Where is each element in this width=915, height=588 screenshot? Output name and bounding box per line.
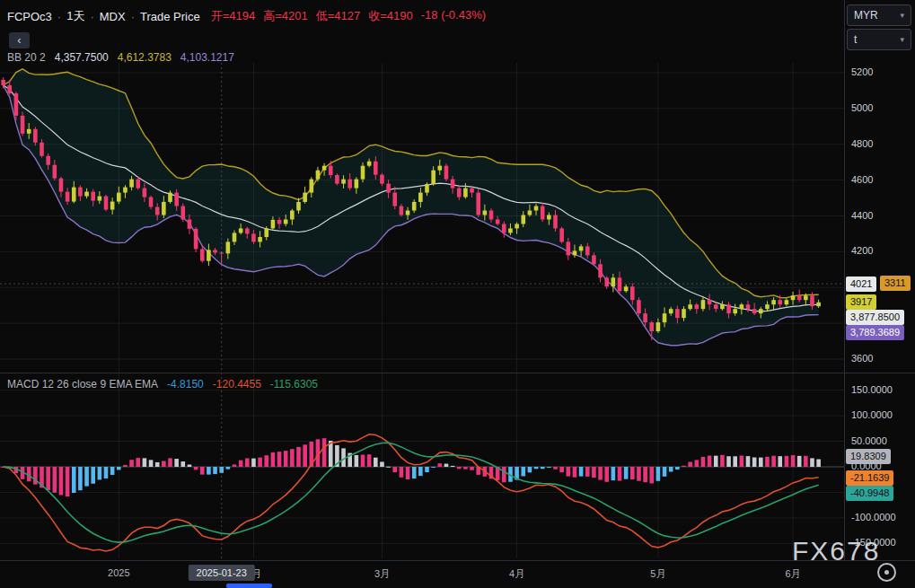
bb-upper-value: 4,612.3783 (118, 51, 172, 64)
price-tick: 4400 (851, 210, 873, 221)
target-icon (877, 563, 896, 582)
time-tick: 6月 (785, 567, 800, 581)
macd-legend[interactable]: MACD 12 26 close 9 EMA EMA -4.8150 -120.… (7, 378, 318, 391)
macd-hist-value: -4.8150 (167, 378, 204, 391)
crosshair-date-label: 2025-01-23 (189, 565, 255, 581)
open-value: 开=4194 (211, 8, 256, 24)
scrollbar-thumb[interactable] (226, 584, 272, 588)
bb-lower-value: 4,103.1217 (180, 51, 234, 64)
bb-title: BB 20 2 (7, 51, 46, 64)
macd-hist-label: 19.8309 (846, 449, 891, 464)
close-value: 收=4190 (368, 8, 413, 24)
currency-value: MYR (854, 9, 878, 22)
chevron-down-icon: ▾ (900, 35, 904, 44)
symbol-legend: FCPOc3 · 1天 · MDX · Trade Price 开=4194 高… (7, 8, 486, 24)
macd-signal-label: -40.9948 (846, 486, 893, 501)
change-value: -18 (-0.43%) (421, 8, 486, 24)
unit-value: t (854, 33, 857, 46)
macd-line-value: -120.4455 (213, 378, 261, 391)
macd-line-label: -21.1639 (846, 470, 893, 486)
bb-upper-price-label: 3311 (880, 276, 911, 291)
bb-basis-value: 4,357.7500 (55, 51, 109, 64)
chevron-down-icon: ▾ (900, 11, 904, 20)
price-tick: 5000 (851, 102, 873, 113)
low-value: 低=4127 (316, 8, 361, 24)
separator-dot: · (90, 10, 93, 23)
separator-dot: · (131, 10, 135, 23)
macd-tick: 100.0000 (851, 409, 893, 420)
watermark: FX678 (792, 536, 880, 566)
crosshair-price-label: 4021 (846, 276, 876, 292)
high-value: 高=4201 (263, 8, 308, 24)
price-tick: 5200 (851, 66, 873, 77)
trading-chart-app: FCPOc3 · 1天 · MDX · Trade Price 开=4194 高… (0, 0, 915, 588)
macd-title: MACD 12 26 close 9 EMA EMA (7, 378, 158, 391)
macd-tick: 50.0000 (851, 435, 887, 446)
currency-select[interactable]: MYR ▾ (847, 4, 911, 26)
time-axis[interactable]: 20252月3月4月5月6月 2025-01-23 (0, 561, 915, 588)
price-tick: 4200 (851, 245, 873, 256)
last-price-label: 3917 (846, 294, 876, 310)
time-tick: 4月 (509, 567, 524, 581)
axis-settings: MYR ▾ t ▾ (847, 4, 911, 50)
target-dot (884, 570, 889, 575)
separator-dot: · (57, 10, 61, 23)
exchange-label: MDX (100, 10, 126, 23)
price-tick: 4600 (851, 174, 873, 185)
ohlc-values: 开=4194 高=4201 低=4127 收=4190 -18 (-0.43%) (211, 8, 486, 24)
symbol-name[interactable]: FCPOc3 (7, 10, 52, 23)
time-tick: 5月 (650, 567, 665, 581)
price-tick: 3600 (851, 353, 873, 364)
macd-tick: -100.0000 (851, 512, 896, 522)
time-tick: 2025 (108, 567, 129, 578)
unit-select[interactable]: t ▾ (847, 29, 911, 50)
time-tick: 3月 (374, 567, 390, 581)
back-button[interactable]: ‹ (9, 32, 30, 48)
bb-basis-price-label: 3,877.8500 (846, 310, 904, 325)
bb-lower-price-label: 3,789.3689 (846, 325, 904, 340)
macd-signal-value: -115.6305 (270, 378, 318, 391)
chart-canvas[interactable] (0, 0, 915, 588)
chevron-left-icon: ‹ (17, 33, 21, 47)
interval-label[interactable]: 1天 (66, 8, 84, 24)
price-type-label: Trade Price (140, 10, 200, 23)
bb-legend[interactable]: BB 20 2 4,357.7500 4,612.3783 4,103.1217 (7, 51, 234, 64)
price-tick: 4800 (851, 138, 873, 149)
macd-tick: 150.0000 (851, 384, 893, 395)
